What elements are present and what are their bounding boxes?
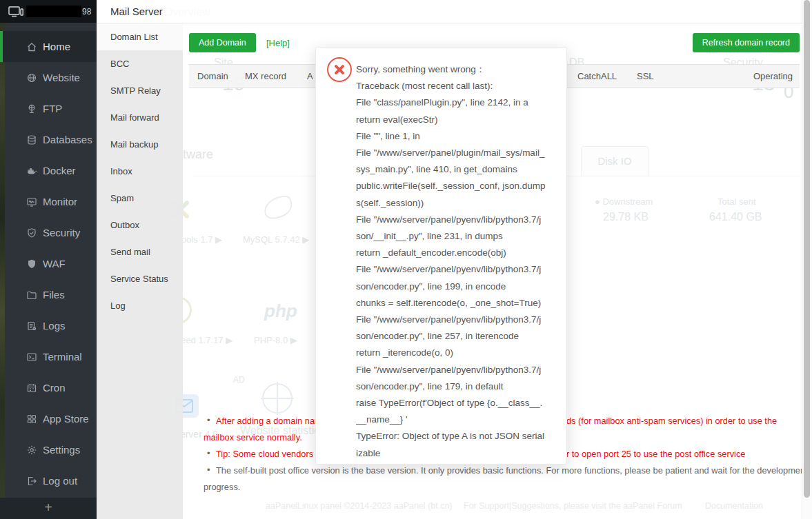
error-circle-x-icon (327, 57, 352, 82)
column-ssl: SSL (637, 71, 654, 81)
bullet-dot: • (207, 448, 210, 458)
ghost-downstream-value: 29.78 KB (603, 211, 648, 223)
help-link[interactable]: [Help] (266, 38, 290, 48)
traceback-line: raise TypeError(f'Object of type {o.__cl… (356, 395, 560, 411)
server-header[interactable]: 98 (0, 0, 97, 23)
menu-item-smtp-relay[interactable]: SMTP Relay (97, 77, 183, 104)
note-domain-left: After adding a domain name (216, 416, 327, 426)
note-domain-right: ds (for mailbox anti-spam services) in o… (566, 416, 777, 426)
menu-item-bcc[interactable]: BCC (97, 50, 183, 77)
note-port25-left: Tip: Some cloud vendors wi (216, 449, 324, 459)
sidebar-item-label: WAF (43, 258, 66, 269)
traceback-line: File "/www/server/panel/plugin/mail_sys/… (356, 145, 560, 161)
app: Overview Site DB Security 19 13 0 Softwa… (0, 0, 812, 519)
ghost-website-stats-icon (262, 383, 293, 414)
ghost-downstream-label: ● Downstream (595, 196, 653, 207)
menu-item-mail-forward[interactable]: Mail forward (97, 104, 183, 131)
menu-item-mail-backup[interactable]: Mail backup (97, 131, 183, 158)
folder-icon (26, 289, 37, 301)
traceback-line: TypeError: Object of type A is not JSON … (356, 428, 560, 445)
menu-item-domain-list[interactable]: Domain List (97, 23, 183, 50)
traceback-line: izable (356, 445, 560, 462)
sidebar-item-databases[interactable]: Databases (0, 124, 97, 155)
error-traceback: Sorry, something went wrong：Traceback (m… (356, 61, 560, 462)
traceback-line: File "/www/server/panel/pyenv/lib/python… (356, 312, 560, 328)
page-scrollbar[interactable] (802, 0, 812, 519)
server-name-redacted (26, 6, 81, 17)
sidebar-item-label: Settings (43, 444, 80, 456)
sidebar-item-waf[interactable]: WAF (0, 248, 97, 279)
ghost-diskio-tab: Disk IO (581, 146, 648, 176)
refresh-domain-record-button[interactable]: Refresh domain record (693, 33, 800, 52)
traceback-line: son/encoder.py", line 179, in default (356, 378, 560, 395)
ghost-php-logo: php (264, 301, 297, 322)
ghost-totalsent-value: 641.40 GB (709, 211, 762, 223)
scrollbar-thumb[interactable] (804, 0, 810, 498)
traceback-line: Sorry, something went wrong： (356, 61, 560, 78)
sidebar-item-ftp[interactable]: FTP (0, 93, 97, 124)
sidebar-item-home[interactable]: Home (0, 31, 97, 62)
sidebar-item-label: Files (43, 289, 65, 301)
note-version-line2: progress. (204, 482, 240, 492)
traceback-line: File "/www/server/panel/pyenv/lib/python… (356, 362, 560, 378)
sidebar-item-logout[interactable]: Log out (0, 465, 97, 496)
ftp-globe-stand-icon (26, 103, 37, 114)
column-domain: Domain (197, 71, 228, 81)
sidebar-item-security[interactable]: Security (0, 217, 97, 248)
bullet-dot: • (207, 415, 210, 425)
home-icon (26, 41, 37, 52)
sidebar-item-monitor[interactable]: Monitor (0, 186, 97, 217)
grid-squares-icon (26, 414, 37, 425)
ghost-footer-copyright: aaPanelLinux panel ©2014-2023 aaPanel (b… (266, 501, 453, 511)
menu-item-log[interactable]: Log (97, 292, 183, 319)
sidebar-item-terminal[interactable]: Terminal (0, 341, 97, 372)
primary-sidebar: 98 Home Website FTP Databases Docker (0, 0, 97, 519)
docker-whale-icon (26, 165, 37, 176)
sidebar-item-settings[interactable]: Settings (0, 434, 97, 465)
sidebar-plus-button[interactable]: + (0, 498, 97, 519)
menu-item-spam[interactable]: Spam (97, 185, 183, 212)
sidebar-nav: Home Website FTP Databases Docker Monito… (0, 31, 97, 496)
menu-item-send-mail[interactable]: Send mail (97, 238, 183, 265)
add-domain-button[interactable]: Add Domain (189, 33, 256, 52)
sidebar-item-label: Cron (43, 382, 66, 394)
database-icon (26, 134, 37, 145)
ghost-php-link: PHP-8.0 ▶ (254, 335, 297, 345)
bullet-dot: • (207, 465, 210, 475)
traceback-line: son/encoder.py", line 199, in encode (356, 278, 560, 295)
note-port25-right: r to open port 25 to use the post office… (566, 449, 745, 459)
ghost-mysql-link: MySQL 5.7.42 ▶ (243, 234, 309, 245)
ghost-ad-label: AD (233, 375, 245, 385)
note-version-line1: The self-built post office version is th… (216, 465, 808, 476)
globe-icon (26, 72, 37, 83)
menu-item-inbox[interactable]: Inbox (97, 158, 183, 185)
sidebar-item-logs[interactable]: Logs (0, 310, 97, 341)
server-name-suffix: 98 (82, 7, 91, 17)
sidebar-item-label: Website (43, 72, 80, 83)
plugin-titlebar: Mail Server (97, 0, 802, 23)
sidebar-item-website[interactable]: Website (0, 62, 97, 93)
note-domain-line2: mailbox service normally. (204, 432, 302, 442)
sidebar-item-cron[interactable]: Cron (0, 372, 97, 403)
traceback-line: s(self._session)) (356, 195, 560, 212)
traceback-line: public.writeFile(self._session_conf, jso… (356, 178, 560, 194)
sidebar-item-files[interactable]: Files (0, 279, 97, 310)
menu-item-service-status[interactable]: Service Status (97, 265, 183, 292)
traceback-line: return _default_encoder.encode(obj) (356, 245, 560, 261)
traceback-line: File "/www/server/panel/pyenv/lib/python… (356, 212, 560, 228)
ghost-footer-support: For Support|Suggestions, please visit th… (464, 501, 682, 511)
column-mx-record: MX record (245, 71, 286, 81)
calendar-icon (26, 383, 37, 394)
traceback-line: File "/www/server/panel/pyenv/lib/python… (356, 261, 560, 278)
error-dialog: Sorry, something went wrong：Traceback (m… (315, 47, 567, 465)
sidebar-item-label: FTP (43, 103, 62, 114)
shield-check-icon (26, 227, 37, 238)
sidebar-item-docker[interactable]: Docker (0, 155, 97, 186)
sidebar-item-label: Home (43, 41, 70, 52)
logout-icon (26, 476, 37, 487)
traceback-line: __name__} ' (356, 411, 560, 428)
traceback-line: return _iterencode(o, 0) (356, 345, 560, 361)
sidebar-item-appstore[interactable]: App Store (0, 403, 97, 434)
traceback-line: son/encoder.py", line 257, in iterencode (356, 328, 560, 345)
menu-item-outbox[interactable]: Outbox (97, 212, 183, 238)
